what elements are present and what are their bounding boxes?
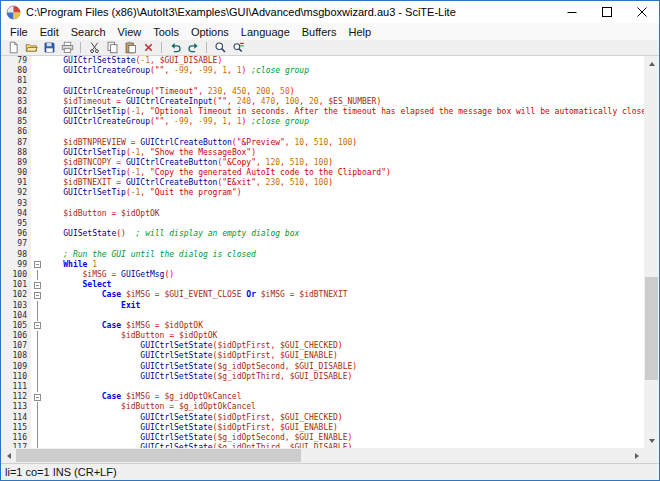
copy-button[interactable]	[103, 40, 121, 55]
menu-item-language[interactable]: Language	[235, 24, 296, 40]
horizontal-scrollbar[interactable]	[1, 448, 644, 463]
token: ,	[189, 66, 199, 75]
close-button[interactable]	[624, 1, 659, 23]
code-line[interactable]: 111	[1, 382, 644, 392]
fold-margin	[31, 239, 44, 249]
maximize-button[interactable]	[589, 1, 624, 23]
code-line[interactable]: 82 GUICtrlCreateGroup("Timeout", 230, 45…	[1, 87, 644, 97]
replace-button[interactable]	[229, 40, 247, 55]
code-line[interactable]: 81	[1, 76, 644, 86]
code-line[interactable]: 91 $idBTNEXIT = GUICtrlCreateButton("E&x…	[1, 178, 644, 188]
scroll-up-button[interactable]	[644, 56, 659, 71]
window-title: C:\Program Files (x86)\AutoIt3\Examples\…	[26, 6, 554, 18]
code-line[interactable]: 88 GUICtrlSetTip(-1, "Show the MessageBo…	[1, 148, 644, 158]
token: ,	[140, 188, 150, 197]
print-button[interactable]	[58, 40, 76, 55]
code-line[interactable]: 103 Exit	[1, 301, 644, 311]
token: =	[285, 290, 299, 299]
delete-button[interactable]	[139, 40, 157, 55]
token: =	[164, 331, 178, 340]
fold-toggle[interactable]	[31, 260, 44, 270]
find-button[interactable]	[211, 40, 229, 55]
code-line[interactable]: 83 $idTimeout = GUICtrlCreateInput("", 2…	[1, 97, 644, 107]
code-line[interactable]: 96 GUISetState() ; will display an empty…	[1, 229, 644, 239]
code-line[interactable]: 102 Case $iMSG = $GUI_EVENT_CLOSE Or $iM…	[1, 290, 644, 300]
scroll-down-button[interactable]	[644, 433, 659, 448]
menu-item-view[interactable]: View	[112, 24, 148, 40]
code-line[interactable]: 92 GUICtrlSetTip(-1, "Quit the program")	[1, 188, 644, 198]
token	[44, 362, 140, 371]
fold-toggle[interactable]	[31, 280, 44, 290]
scroll-right-button[interactable]	[629, 448, 644, 463]
menu-item-search[interactable]: Search	[65, 24, 112, 40]
redo-button[interactable]	[184, 40, 202, 55]
fold-toggle[interactable]	[31, 321, 44, 331]
code-line[interactable]: 106 $idButton = $idOptOK	[1, 331, 644, 341]
new-file-button[interactable]	[4, 40, 22, 55]
menu-item-file[interactable]: File	[4, 24, 34, 40]
fold-margin	[31, 148, 44, 158]
code-line[interactable]: 79 GUICtrlSetState(-1, $GUI_DISABLE)	[1, 56, 644, 66]
vertical-scrollbar[interactable]	[644, 56, 659, 448]
code-line[interactable]: 116 GUICtrlSetState($g_idOptSecond, $GUI…	[1, 433, 644, 443]
code-line[interactable]: 114 GUICtrlSetState($idOptFirst, $GUI_CH…	[1, 413, 644, 423]
code-line[interactable]: 94 $idButton = $idOptOK	[1, 209, 644, 219]
token: ,	[299, 97, 309, 106]
code-line[interactable]: 100 $iMSG = GUIGetMsg()	[1, 270, 644, 280]
code-line[interactable]: 86	[1, 127, 644, 137]
undo-button[interactable]	[166, 40, 184, 55]
editor[interactable]: 79 GUICtrlSetState(-1, $GUI_DISABLE)80 G…	[1, 56, 659, 448]
fold-margin	[31, 168, 44, 178]
code-line[interactable]: 112 Case $iMSG = $g_idOptOkCancel	[1, 392, 644, 402]
menu-item-tools[interactable]: Tools	[147, 24, 185, 40]
code-line[interactable]: 97	[1, 239, 644, 249]
line-number: 91	[1, 178, 31, 188]
token	[44, 87, 63, 96]
token	[44, 351, 140, 360]
menu-item-edit[interactable]: Edit	[34, 24, 65, 40]
menu-item-options[interactable]: Options	[185, 24, 235, 40]
cut-button[interactable]	[85, 40, 103, 55]
code-line[interactable]: 95	[1, 219, 644, 229]
horizontal-scroll-thumb[interactable]	[16, 449, 301, 462]
fold-toggle[interactable]	[31, 392, 44, 402]
code-line[interactable]: 107 GUICtrlSetState($idOptFirst, $GUI_CH…	[1, 341, 644, 351]
code-area[interactable]: 79 GUICtrlSetState(-1, $GUI_DISABLE)80 G…	[1, 56, 644, 448]
scroll-left-button[interactable]	[1, 448, 16, 463]
line-number: 83	[1, 97, 31, 107]
code-line[interactable]: 109 GUICtrlSetState($g_idOptSecond, $GUI…	[1, 362, 644, 372]
save-file-button[interactable]	[40, 40, 58, 55]
token: GUICtrlSetState	[140, 362, 212, 371]
token	[44, 301, 121, 310]
code-line[interactable]: 90 GUICtrlSetTip(-1, "Copy the generated…	[1, 168, 644, 178]
code-line[interactable]: 115 GUICtrlSetState($idOptFirst, $GUI_EN…	[1, 423, 644, 433]
token: )	[338, 413, 343, 422]
code-line[interactable]: 85 GUICtrlCreateGroup("", -99, -99, 1, 1…	[1, 117, 644, 127]
code-line[interactable]: 113 $idButton = $g_idOptOkCancel	[1, 402, 644, 412]
token: $g_idOptThird	[217, 372, 280, 381]
code-line[interactable]: 110 GUICtrlSetState($g_idOptThird, $GUI_…	[1, 372, 644, 382]
code-line[interactable]: 89 $idBTNCOPY = GUICtrlCreateButton("&Co…	[1, 158, 644, 168]
code-line[interactable]: 84 GUICtrlSetTip(-1, "Optional Timeout i…	[1, 107, 644, 117]
code-line[interactable]: 105 Case $iMSG = $idOptOK	[1, 321, 644, 331]
code-line[interactable]: 99 While 1	[1, 260, 644, 270]
code-line[interactable]: 98 ; Run the GUI until the dialog is clo…	[1, 250, 644, 260]
minimize-icon	[567, 3, 577, 21]
code-line[interactable]: 104	[1, 311, 644, 321]
fold-collapse-icon	[34, 292, 41, 299]
code-line[interactable]: 87 $idBTNPREVIEW = GUICtrlCreateButton("…	[1, 138, 644, 148]
fold-toggle[interactable]	[31, 290, 44, 300]
code-line[interactable]: 101 Select	[1, 280, 644, 290]
code-line[interactable]: 80 GUICtrlCreateGroup("", -99, -99, 1, 1…	[1, 66, 644, 76]
code-text: Select	[44, 280, 644, 290]
paste-button[interactable]	[121, 40, 139, 55]
open-file-button[interactable]	[22, 40, 40, 55]
vertical-scroll-thumb[interactable]	[645, 277, 658, 380]
minimize-button[interactable]	[554, 1, 589, 23]
token: GUICtrlCreateGroup	[63, 66, 150, 75]
token: $idOptFirst	[217, 413, 270, 422]
code-line[interactable]: 93	[1, 199, 644, 209]
menu-item-help[interactable]: Help	[342, 24, 377, 40]
code-line[interactable]: 108 GUICtrlSetState($idOptFirst, $GUI_EN…	[1, 351, 644, 361]
menu-item-buffers[interactable]: Buffers	[296, 24, 343, 40]
